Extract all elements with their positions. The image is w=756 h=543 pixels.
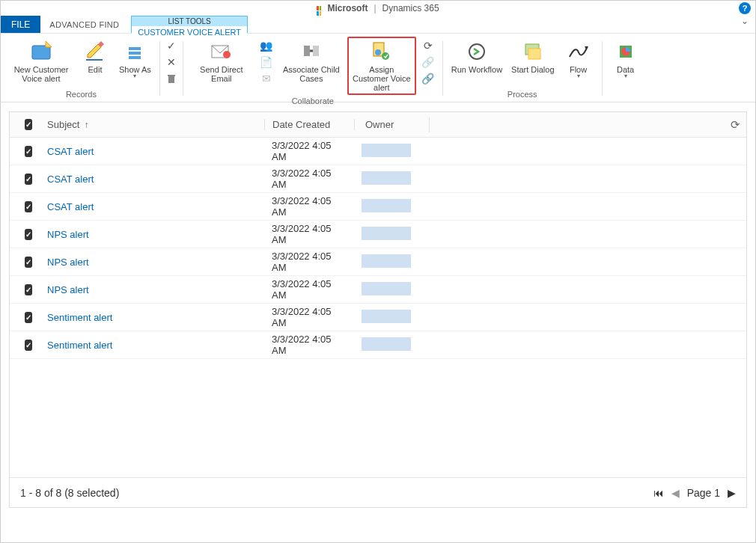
ribbon-group-collaborate-label: Collaborate bbox=[189, 95, 437, 107]
data-label: Data bbox=[617, 65, 634, 74]
run-workflow-button[interactable]: Run Workflow bbox=[448, 37, 505, 77]
sort-asc-icon: ↑ bbox=[84, 120, 88, 130]
table-row[interactable]: ✓Sentiment alert3/3/2022 4:05 AM bbox=[10, 331, 746, 359]
ribbon-group-process-label: Process bbox=[448, 88, 597, 100]
delete-icon[interactable] bbox=[165, 73, 177, 85]
column-header-subject-label: Subject bbox=[47, 119, 79, 130]
show-as-button[interactable]: Show As bbox=[116, 37, 154, 82]
subject-link[interactable]: CSAT alert bbox=[47, 146, 94, 157]
next-page-button[interactable]: ▶ bbox=[728, 487, 736, 499]
expand-collapse-icon[interactable]: ⌄ bbox=[741, 16, 749, 26]
column-header-owner[interactable]: Owner bbox=[354, 119, 429, 130]
help-icon[interactable]: ? bbox=[739, 2, 751, 14]
deactivate-icon[interactable]: ✕ bbox=[165, 56, 177, 68]
cell-owner bbox=[354, 282, 429, 298]
add-connection-icon[interactable]: 🔗 bbox=[422, 73, 434, 85]
table-row[interactable]: ✓CSAT alert3/3/2022 4:05 AM bbox=[10, 165, 746, 193]
cell-date: 3/3/2022 4:05 AM bbox=[264, 278, 354, 301]
column-header-date-label: Date Created bbox=[272, 119, 330, 130]
table-row[interactable]: ✓NPS alert3/3/2022 4:05 AM bbox=[10, 276, 746, 304]
assign-customer-voice-alert-button[interactable]: Assign Customer Voice alert bbox=[347, 37, 416, 95]
flow-button[interactable]: Flow bbox=[561, 37, 597, 82]
edit-button[interactable]: Edit bbox=[77, 37, 113, 77]
ribbon-delete-stack: ✓ ✕ bbox=[162, 37, 180, 100]
row-checkbox[interactable]: ✓ bbox=[17, 146, 40, 157]
table-row[interactable]: ✓CSAT alert3/3/2022 4:05 AM bbox=[10, 138, 746, 165]
table-row[interactable]: ✓Sentiment alert3/3/2022 4:05 AM bbox=[10, 304, 746, 331]
tab-file[interactable]: FILE bbox=[1, 16, 40, 33]
row-checkbox[interactable]: ✓ bbox=[17, 257, 40, 268]
subject-link[interactable]: NPS alert bbox=[47, 284, 89, 295]
row-checkbox[interactable]: ✓ bbox=[17, 201, 40, 212]
row-checkbox[interactable]: ✓ bbox=[17, 229, 40, 240]
ribbon-share-stack: 👥 📄 ✉ bbox=[257, 37, 275, 88]
send-direct-email-label: Send Direct Email bbox=[192, 65, 252, 83]
start-dialog-label: Start Dialog bbox=[511, 65, 554, 74]
subject-link[interactable]: NPS alert bbox=[47, 257, 89, 268]
assign-label: Assign Customer Voice alert bbox=[352, 65, 412, 92]
cell-subject: Sentiment alert bbox=[40, 340, 264, 351]
app-header: Microsoft | Dynamics 365 ? ⌄ bbox=[1, 1, 755, 16]
new-customer-voice-alert-button[interactable]: New Customer Voice alert bbox=[8, 37, 74, 86]
row-checkbox[interactable]: ✓ bbox=[17, 312, 40, 323]
first-page-button[interactable]: ⏮ bbox=[653, 487, 664, 499]
column-header-date-created[interactable]: Date Created bbox=[264, 119, 354, 130]
table-row[interactable]: ✓NPS alert3/3/2022 4:05 AM bbox=[10, 221, 746, 248]
subject-link[interactable]: Sentiment alert bbox=[47, 340, 112, 351]
refresh-icon: ⟳ bbox=[731, 118, 740, 132]
checkbox-icon: ✓ bbox=[25, 119, 32, 130]
cell-date: 3/3/2022 4:05 AM bbox=[264, 168, 354, 190]
refresh-button[interactable]: ⟳ bbox=[727, 117, 743, 133]
owner-placeholder bbox=[362, 337, 411, 351]
start-dialog-button[interactable]: Start Dialog bbox=[508, 37, 557, 77]
tab-advanced-find[interactable]: ADVANCED FIND bbox=[40, 16, 128, 33]
checkbox-icon: ✓ bbox=[25, 257, 32, 268]
dialog-icon bbox=[521, 40, 545, 64]
owner-placeholder bbox=[362, 171, 411, 185]
data-button[interactable]: Data bbox=[608, 37, 644, 82]
cell-date: 3/3/2022 4:05 AM bbox=[264, 140, 354, 162]
subject-link[interactable]: CSAT alert bbox=[47, 201, 94, 212]
new-customer-voice-alert-label: New Customer Voice alert bbox=[11, 65, 71, 83]
row-checkbox[interactable]: ✓ bbox=[17, 174, 40, 185]
refresh-links-icon[interactable]: ⟳ bbox=[422, 40, 434, 52]
page-label: Page 1 bbox=[687, 487, 720, 499]
subject-link[interactable]: NPS alert bbox=[47, 229, 89, 240]
select-all-checkbox[interactable]: ✓ bbox=[17, 119, 40, 130]
cell-subject: NPS alert bbox=[40, 229, 264, 240]
pager: ⏮ ◀ Page 1 ▶ bbox=[653, 487, 736, 499]
share-icon[interactable]: 👥 bbox=[260, 40, 272, 52]
prev-page-button[interactable]: ◀ bbox=[671, 487, 680, 499]
grid-footer: 1 - 8 of 8 (8 selected) ⏮ ◀ Page 1 ▶ bbox=[10, 477, 746, 507]
table-row[interactable]: ✓NPS alert3/3/2022 4:05 AM bbox=[10, 248, 746, 276]
associate-child-cases-button[interactable]: Associate Child Cases bbox=[278, 37, 344, 86]
flow-label: Flow bbox=[570, 65, 587, 74]
subject-link[interactable]: Sentiment alert bbox=[47, 312, 112, 323]
ribbon-group-data-label bbox=[608, 88, 644, 100]
table-row[interactable]: ✓CSAT alert3/3/2022 4:05 AM bbox=[10, 193, 746, 221]
column-spacer bbox=[429, 117, 445, 132]
row-checkbox[interactable]: ✓ bbox=[17, 340, 40, 351]
ribbon-group-collaborate: Send Direct Email 👥 📄 ✉ Associate Child … bbox=[186, 37, 440, 100]
owner-placeholder bbox=[362, 199, 411, 212]
show-as-icon bbox=[123, 40, 147, 64]
edit-icon bbox=[83, 40, 107, 64]
copy-link-icon[interactable]: 📄 bbox=[260, 56, 272, 68]
ribbon-group-data: Data bbox=[605, 37, 647, 100]
svg-rect-0 bbox=[32, 46, 50, 59]
activate-icon[interactable]: ✓ bbox=[165, 40, 177, 52]
cell-subject: NPS alert bbox=[40, 284, 264, 295]
tab-bar: FILE ADVANCED FIND LIST TOOLS CUSTOMER V… bbox=[1, 16, 755, 34]
associate-child-label: Associate Child Cases bbox=[281, 65, 341, 83]
send-direct-email-button[interactable]: Send Direct Email bbox=[189, 37, 254, 86]
records-grid: ✓ Subject ↑ Date Created Owner ⟳ ✓CSAT a… bbox=[9, 111, 747, 508]
checkbox-icon: ✓ bbox=[25, 284, 32, 295]
row-checkbox[interactable]: ✓ bbox=[17, 284, 40, 295]
flow-icon bbox=[567, 40, 591, 64]
microsoft-logo-icon bbox=[317, 6, 321, 10]
svg-rect-19 bbox=[528, 49, 540, 59]
data-icon bbox=[614, 40, 638, 64]
cell-date: 3/3/2022 4:05 AM bbox=[264, 334, 354, 356]
subject-link[interactable]: CSAT alert bbox=[47, 174, 94, 185]
column-header-subject[interactable]: Subject ↑ bbox=[40, 119, 264, 130]
